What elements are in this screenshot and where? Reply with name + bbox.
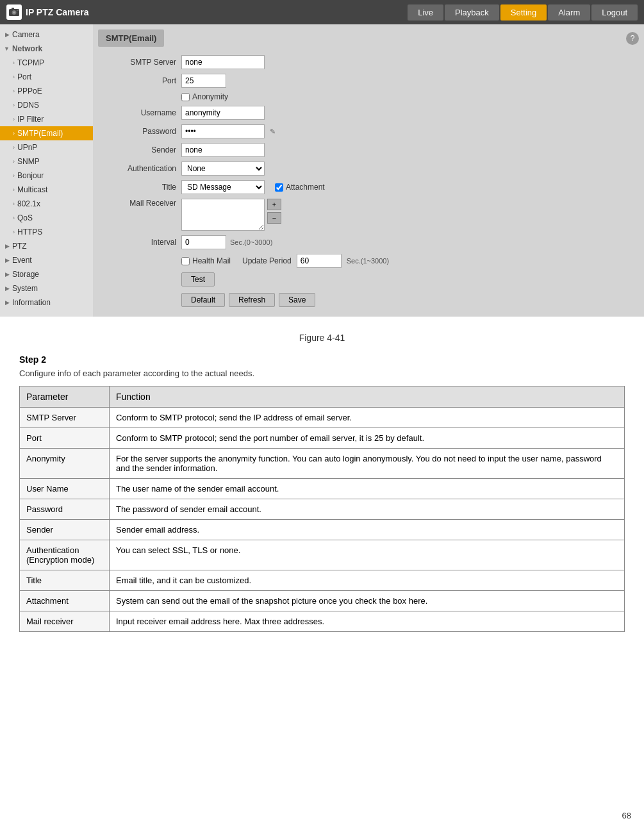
arrow-icon: › bbox=[13, 215, 15, 221]
sidebar-item-8021x[interactable]: › 802.1x bbox=[0, 197, 93, 211]
health-mail-checkbox-label[interactable]: Health Mail bbox=[181, 256, 231, 265]
default-button[interactable]: Default bbox=[181, 293, 225, 307]
sidebar-item-label: DDNS bbox=[17, 101, 39, 110]
camera-logo-icon bbox=[6, 4, 22, 20]
nav-logout-button[interactable]: Logout bbox=[591, 4, 638, 21]
arrow-icon: ▶ bbox=[5, 299, 10, 306]
sidebar-item-smtp[interactable]: › SMTP(Email) bbox=[0, 126, 93, 140]
mail-add-button[interactable]: + bbox=[267, 199, 281, 210]
arrow-icon: › bbox=[13, 60, 15, 66]
password-input[interactable] bbox=[181, 124, 265, 138]
test-button-row: Test bbox=[106, 272, 631, 286]
sidebar-item-ddns[interactable]: › DDNS bbox=[0, 98, 93, 112]
sidebar-item-label: SNMP bbox=[17, 157, 40, 166]
update-period-label: Update Period bbox=[242, 256, 292, 265]
arrow-icon: › bbox=[13, 158, 15, 165]
content-panel: SMTP(Email) ? SMTP Server Port Anonymity bbox=[93, 24, 644, 317]
sidebar-item-network[interactable]: ▼ Network bbox=[0, 42, 93, 56]
nav-setting-button[interactable]: Setting bbox=[500, 4, 547, 21]
refresh-button[interactable]: Refresh bbox=[229, 293, 275, 307]
sidebar-item-snmp[interactable]: › SNMP bbox=[0, 154, 93, 169]
param-cell: Title bbox=[20, 570, 110, 591]
mail-receiver-area: + − bbox=[181, 199, 281, 231]
anonymity-checkbox-label[interactable]: Anonymity bbox=[181, 92, 228, 101]
sidebar-item-multicast[interactable]: › Multicast bbox=[0, 183, 93, 197]
table-row: Title Email title, and it can be customi… bbox=[20, 570, 625, 591]
sidebar-item-storage[interactable]: ▶ Storage bbox=[0, 267, 93, 281]
sidebar-item-information[interactable]: ▶ Information bbox=[0, 295, 93, 310]
attachment-checkbox-label[interactable]: Attachment bbox=[275, 183, 325, 192]
sidebar-item-label: System bbox=[12, 284, 38, 293]
table-row: Attachment System can send out the email… bbox=[20, 591, 625, 611]
panel-title: SMTP(Email) bbox=[98, 29, 164, 47]
password-label: Password bbox=[106, 127, 176, 136]
sidebar-item-label: Information bbox=[12, 298, 51, 307]
page-number: 68 bbox=[622, 811, 631, 820]
update-period-input[interactable] bbox=[297, 254, 342, 268]
sidebar-item-system[interactable]: ▶ System bbox=[0, 281, 93, 295]
function-cell: You can select SSL, TLS or none. bbox=[110, 540, 625, 570]
sidebar-item-label: SMTP(Email) bbox=[17, 129, 63, 138]
table-row: User Name The user name of the sender em… bbox=[20, 479, 625, 499]
mail-receiver-label: Mail Receiver bbox=[106, 199, 176, 208]
anonymity-checkbox[interactable] bbox=[181, 93, 190, 101]
mail-receiver-input[interactable] bbox=[181, 199, 265, 231]
smtp-server-label: SMTP Server bbox=[106, 58, 176, 67]
param-cell: Password bbox=[20, 499, 110, 520]
interval-input[interactable] bbox=[181, 235, 226, 249]
sender-row: Sender bbox=[106, 143, 631, 157]
arrow-icon: › bbox=[13, 229, 15, 235]
nav-playback-button[interactable]: Playback bbox=[445, 4, 499, 21]
sidebar-item-port[interactable]: › Port bbox=[0, 70, 93, 84]
sidebar-item-ipfilter[interactable]: › IP Filter bbox=[0, 112, 93, 126]
sidebar-item-pppoe[interactable]: › PPPoE bbox=[0, 84, 93, 98]
top-navigation: IP PTZ Camera Live Playback Setting Alar… bbox=[0, 0, 644, 24]
sidebar-item-label: PTZ bbox=[12, 242, 27, 251]
arrow-icon: › bbox=[13, 201, 15, 207]
arrow-icon: › bbox=[13, 172, 15, 179]
title-select[interactable]: SD Message bbox=[181, 180, 265, 194]
sidebar-item-ptz[interactable]: ▶ PTZ bbox=[0, 239, 93, 253]
param-cell: Anonymity bbox=[20, 449, 110, 479]
username-label: Username bbox=[106, 108, 176, 117]
authentication-row: Authentication None SSL TLS bbox=[106, 162, 631, 176]
save-button[interactable]: Save bbox=[279, 293, 315, 307]
password-row: Password ✎ bbox=[106, 124, 631, 138]
authentication-select[interactable]: None SSL TLS bbox=[181, 162, 265, 176]
sidebar-item-https[interactable]: › HTTPS bbox=[0, 225, 93, 239]
username-input[interactable] bbox=[181, 106, 265, 120]
function-cell: The password of sender email account. bbox=[110, 499, 625, 520]
sender-input[interactable] bbox=[181, 143, 265, 157]
sidebar-item-qos[interactable]: › QoS bbox=[0, 211, 93, 225]
test-button[interactable]: Test bbox=[181, 272, 215, 286]
nav-alarm-button[interactable]: Alarm bbox=[548, 4, 590, 21]
sidebar-item-label: HTTPS bbox=[17, 228, 42, 237]
sidebar-item-label: 802.1x bbox=[17, 199, 40, 208]
figure-caption: Figure 4-41 bbox=[19, 333, 625, 343]
sidebar-item-event[interactable]: ▶ Event bbox=[0, 253, 93, 267]
port-input[interactable] bbox=[181, 74, 226, 88]
function-cell: Conform to SMTP protocol; send the port … bbox=[110, 428, 625, 449]
sidebar-item-label: PPPoE bbox=[17, 87, 42, 95]
arrow-icon: › bbox=[13, 130, 15, 137]
sidebar-item-bonjour[interactable]: › Bonjour bbox=[0, 169, 93, 183]
sidebar-item-upnp[interactable]: › UPnP bbox=[0, 140, 93, 154]
mail-remove-button[interactable]: − bbox=[267, 212, 281, 224]
sidebar-item-label: Network bbox=[12, 44, 42, 53]
health-mail-checkbox[interactable] bbox=[181, 257, 190, 265]
sidebar-item-label: Event bbox=[12, 256, 32, 265]
sidebar-item-camera[interactable]: ▶ Camera bbox=[0, 28, 93, 42]
nav-buttons: Live Playback Setting Alarm Logout bbox=[408, 4, 638, 21]
smtp-server-input[interactable] bbox=[181, 55, 265, 69]
sidebar-item-tcpmp[interactable]: › TCPMP bbox=[0, 56, 93, 70]
help-icon[interactable]: ? bbox=[626, 32, 639, 45]
svg-rect-3 bbox=[12, 8, 14, 10]
attachment-checkbox[interactable] bbox=[275, 183, 283, 192]
arrow-icon: › bbox=[13, 187, 15, 193]
title-label: Title bbox=[106, 183, 176, 192]
sidebar-item-label: UPnP bbox=[17, 143, 37, 152]
sidebar-item-label: Camera bbox=[12, 30, 40, 39]
password-edit-icon: ✎ bbox=[270, 128, 276, 136]
nav-live-button[interactable]: Live bbox=[408, 4, 443, 21]
svg-rect-4 bbox=[17, 10, 19, 11]
